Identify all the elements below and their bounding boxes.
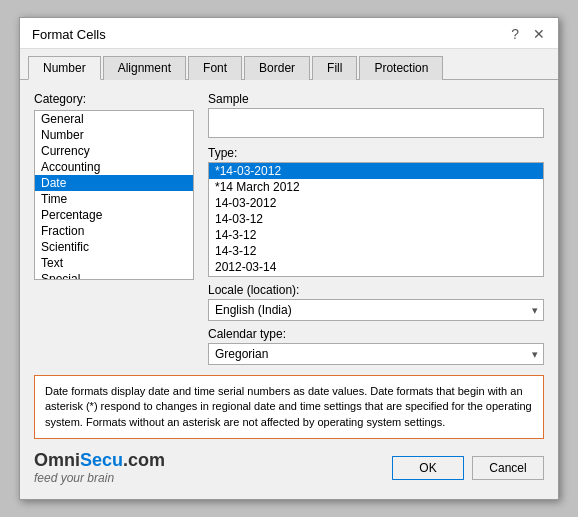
- list-item[interactable]: Text: [35, 255, 193, 271]
- type-item[interactable]: 14-3-12: [209, 243, 543, 259]
- brand-tagline: feed your brain: [34, 471, 165, 485]
- tab-content: Category: General Number Currency Accoun…: [20, 80, 558, 499]
- dialog-title: Format Cells: [32, 27, 106, 42]
- close-button[interactable]: ✕: [530, 26, 548, 42]
- list-item-date[interactable]: Date: [35, 175, 193, 191]
- list-item[interactable]: Scientific: [35, 239, 193, 255]
- title-bar-controls: ? ✕: [508, 26, 548, 42]
- category-list[interactable]: General Number Currency Accounting Date …: [34, 110, 194, 280]
- type-item[interactable]: 14-03-2012: [209, 195, 543, 211]
- brand-secu: Secu: [80, 450, 123, 470]
- sample-label: Sample: [208, 92, 544, 106]
- info-box: Date formats display date and time seria…: [34, 375, 544, 439]
- list-item[interactable]: Number: [35, 127, 193, 143]
- list-item[interactable]: Accounting: [35, 159, 193, 175]
- tab-fill[interactable]: Fill: [312, 56, 357, 80]
- format-cells-dialog: Format Cells ? ✕ Number Alignment Font B…: [19, 17, 559, 500]
- type-label: Type:: [208, 146, 544, 160]
- tab-alignment[interactable]: Alignment: [103, 56, 186, 80]
- brand-dotcom: .com: [123, 450, 165, 470]
- help-button[interactable]: ?: [508, 26, 522, 42]
- main-row: Category: General Number Currency Accoun…: [34, 92, 544, 365]
- list-item[interactable]: General: [35, 111, 193, 127]
- type-item[interactable]: 2012-03-14: [209, 259, 543, 275]
- title-bar: Format Cells ? ✕: [20, 18, 558, 49]
- brand-omni: Omni: [34, 450, 80, 470]
- tab-number[interactable]: Number: [28, 56, 101, 80]
- tab-border[interactable]: Border: [244, 56, 310, 80]
- category-panel: Category: General Number Currency Accoun…: [34, 92, 194, 365]
- brand-area: OmniSecu.com feed your brain: [34, 451, 165, 485]
- category-label: Category:: [34, 92, 194, 106]
- list-item[interactable]: Time: [35, 191, 193, 207]
- type-item-selected[interactable]: *14-03-2012: [209, 163, 543, 179]
- tab-bar: Number Alignment Font Border Fill Protec…: [20, 49, 558, 80]
- type-list[interactable]: *14-03-2012 *14 March 2012 14-03-2012 14…: [208, 162, 544, 277]
- locale-select-wrapper: English (India): [208, 299, 544, 321]
- sample-box: [208, 108, 544, 138]
- tab-protection[interactable]: Protection: [359, 56, 443, 80]
- list-item[interactable]: Currency: [35, 143, 193, 159]
- brand-row: OmniSecu.com feed your brain OK Cancel: [34, 447, 544, 489]
- locale-select[interactable]: English (India): [208, 299, 544, 321]
- list-item[interactable]: Percentage: [35, 207, 193, 223]
- type-item[interactable]: *14 March 2012: [209, 179, 543, 195]
- type-item[interactable]: 14-3-12: [209, 227, 543, 243]
- right-panel: Sample Type: *14-03-2012 *14 March 2012 …: [208, 92, 544, 365]
- button-row: OK Cancel: [392, 456, 544, 480]
- calendar-select[interactable]: Gregorian: [208, 343, 544, 365]
- calendar-label: Calendar type:: [208, 327, 544, 341]
- list-item[interactable]: Fraction: [35, 223, 193, 239]
- list-item[interactable]: Special: [35, 271, 193, 280]
- cancel-button[interactable]: Cancel: [472, 456, 544, 480]
- tab-font[interactable]: Font: [188, 56, 242, 80]
- calendar-select-wrapper: Gregorian: [208, 343, 544, 365]
- brand-text: OmniSecu.com: [34, 451, 165, 471]
- locale-label: Locale (location):: [208, 283, 544, 297]
- ok-button[interactable]: OK: [392, 456, 464, 480]
- type-item[interactable]: 14-03-12: [209, 211, 543, 227]
